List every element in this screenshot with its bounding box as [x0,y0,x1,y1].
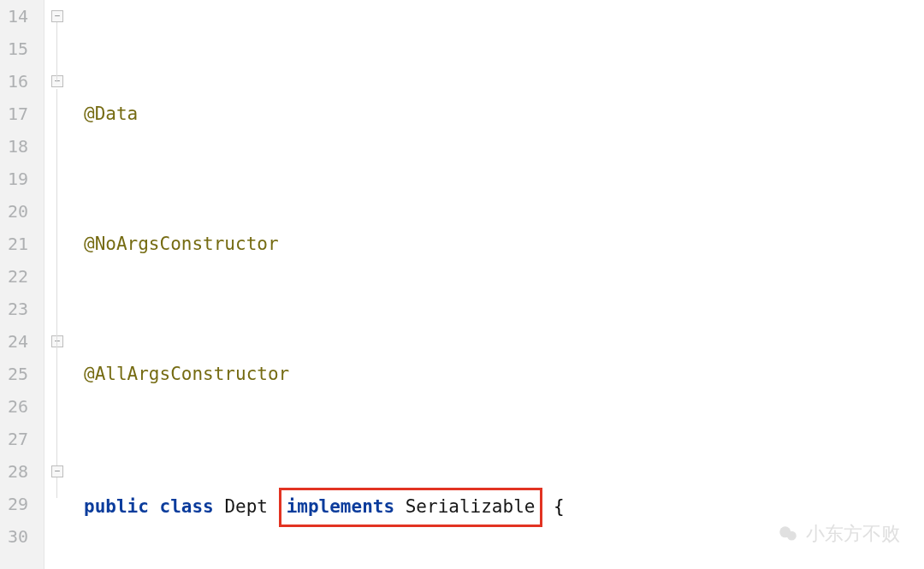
keyword: class [160,496,214,517]
code-area[interactable]: @Data @NoArgsConstructor @AllArgsConstru… [75,0,924,569]
fold-line [56,22,57,82]
line-number: 30 [5,520,28,553]
line-number: 23 [5,293,28,325]
line-number: 24 [5,325,28,358]
line-number: 19 [5,163,28,195]
line-number: 20 [5,195,28,228]
fold-marker-icon[interactable]: − [51,465,63,477]
line-number: 21 [5,228,28,260]
keyword: public [84,496,149,517]
class-name: Dept [224,496,268,517]
line-number: 25 [5,358,28,390]
brace: { [554,496,565,517]
annotation: @NoArgsConstructor [84,234,279,254]
line-number: 29 [5,488,28,520]
code-editor[interactable]: 14 15 16 17 18 19 20 21 22 23 24 25 26 2… [0,0,924,569]
fold-marker-icon[interactable]: − [51,75,63,87]
fold-gutter: − − − − [44,0,75,569]
line-number: 14 [5,0,28,33]
watermark-text: 小东方不败 [806,521,900,547]
svg-point-1 [787,531,797,541]
code-line[interactable]: @NoArgsConstructor [75,228,924,260]
interface-name: Serializable [406,496,536,517]
fold-marker-icon[interactable]: − [51,335,63,347]
wechat-icon [777,523,799,545]
line-number: 18 [5,130,28,163]
annotation: @Data [84,104,138,124]
line-number: 26 [5,390,28,423]
code-line[interactable]: @Data [75,98,924,130]
annotation: @AllArgsConstructor [84,364,289,384]
line-number: 17 [5,98,28,130]
line-number: 16 [5,65,28,98]
fold-line [56,89,57,498]
fold-marker-icon[interactable]: − [51,10,63,22]
line-number-gutter: 14 15 16 17 18 19 20 21 22 23 24 25 26 2… [0,0,44,569]
highlight-box: implements Serializable [279,488,543,527]
keyword: implements [287,496,394,517]
line-number: 28 [5,455,28,488]
watermark: 小东方不败 [777,521,900,547]
line-number: 27 [5,423,28,455]
code-line[interactable]: @AllArgsConstructor [75,358,924,390]
line-number: 15 [5,33,28,65]
code-line[interactable]: public class Dept implements Serializabl… [75,488,924,520]
line-number: 22 [5,260,28,293]
